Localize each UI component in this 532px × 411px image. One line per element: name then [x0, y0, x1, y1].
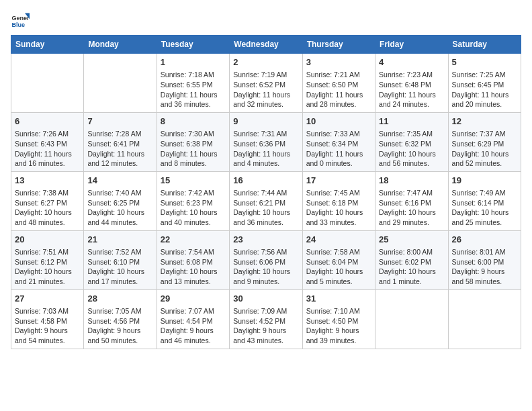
day-header-sunday: Sunday: [11, 36, 84, 54]
day-number: 8: [161, 116, 226, 128]
calendar-cell: 21Sunrise: 7:52 AM Sunset: 6:10 PM Dayli…: [84, 230, 157, 289]
calendar-cell: 14Sunrise: 7:40 AM Sunset: 6:25 PM Dayli…: [84, 171, 157, 230]
day-number: 22: [161, 234, 226, 246]
calendar-week-1: 1Sunrise: 7:18 AM Sunset: 6:55 PM Daylig…: [11, 54, 521, 113]
calendar-cell: 11Sunrise: 7:35 AM Sunset: 6:32 PM Dayli…: [375, 112, 448, 171]
day-number: 13: [15, 175, 80, 187]
day-number: 2: [233, 56, 298, 68]
calendar-cell: 10Sunrise: 7:33 AM Sunset: 6:34 PM Dayli…: [302, 112, 375, 171]
calendar-cell: 20Sunrise: 7:51 AM Sunset: 6:12 PM Dayli…: [11, 230, 84, 289]
day-info: Sunrise: 7:07 AM Sunset: 4:54 PM Dayligh…: [161, 306, 226, 346]
day-info: Sunrise: 7:18 AM Sunset: 6:55 PM Dayligh…: [161, 70, 226, 109]
day-number: 1: [161, 56, 226, 68]
day-info: Sunrise: 7:56 AM Sunset: 6:06 PM Dayligh…: [233, 247, 298, 287]
calendar-cell: 27Sunrise: 7:03 AM Sunset: 4:58 PM Dayli…: [11, 289, 84, 349]
day-number: 3: [306, 56, 371, 68]
calendar-cell: 3Sunrise: 7:21 AM Sunset: 6:50 PM Daylig…: [302, 54, 375, 113]
day-info: Sunrise: 7:38 AM Sunset: 6:27 PM Dayligh…: [15, 188, 80, 228]
day-number: 31: [306, 293, 371, 305]
calendar-cell: 6Sunrise: 7:26 AM Sunset: 6:43 PM Daylig…: [11, 112, 84, 171]
day-number: 28: [87, 293, 152, 305]
calendar-cell: [448, 289, 521, 349]
day-info: Sunrise: 8:01 AM Sunset: 6:00 PM Dayligh…: [452, 247, 517, 287]
day-number: 17: [306, 175, 371, 187]
day-info: Sunrise: 7:10 AM Sunset: 4:50 PM Dayligh…: [306, 306, 371, 346]
day-number: 24: [306, 234, 371, 246]
page-header: General Blue: [11, 11, 521, 30]
day-info: Sunrise: 7:49 AM Sunset: 6:14 PM Dayligh…: [452, 188, 517, 228]
calendar-cell: [84, 54, 157, 113]
calendar-cell: 25Sunrise: 8:00 AM Sunset: 6:02 PM Dayli…: [375, 230, 448, 289]
calendar-cell: 22Sunrise: 7:54 AM Sunset: 6:08 PM Dayli…: [157, 230, 229, 289]
day-number: 29: [161, 293, 226, 305]
day-number: 21: [87, 234, 152, 246]
day-info: Sunrise: 7:44 AM Sunset: 6:21 PM Dayligh…: [233, 188, 298, 228]
calendar-cell: 7Sunrise: 7:28 AM Sunset: 6:41 PM Daylig…: [84, 112, 157, 171]
day-number: 30: [233, 293, 298, 305]
day-number: 16: [233, 175, 298, 187]
day-number: 19: [452, 175, 517, 187]
day-info: Sunrise: 8:00 AM Sunset: 6:02 PM Dayligh…: [379, 247, 444, 287]
day-info: Sunrise: 7:28 AM Sunset: 6:41 PM Dayligh…: [87, 129, 152, 169]
day-number: 4: [379, 56, 444, 68]
day-number: 6: [15, 116, 80, 128]
day-number: 18: [379, 175, 444, 187]
svg-text:Blue: Blue: [11, 21, 25, 28]
day-number: 14: [87, 175, 152, 187]
day-header-monday: Monday: [84, 36, 157, 54]
logo: General Blue: [11, 11, 32, 30]
calendar-week-3: 13Sunrise: 7:38 AM Sunset: 6:27 PM Dayli…: [11, 171, 521, 230]
day-info: Sunrise: 7:51 AM Sunset: 6:12 PM Dayligh…: [15, 247, 80, 287]
calendar-week-4: 20Sunrise: 7:51 AM Sunset: 6:12 PM Dayli…: [11, 230, 521, 289]
calendar-cell: 31Sunrise: 7:10 AM Sunset: 4:50 PM Dayli…: [302, 289, 375, 349]
day-header-tuesday: Tuesday: [157, 36, 229, 54]
day-info: Sunrise: 7:03 AM Sunset: 4:58 PM Dayligh…: [15, 306, 80, 346]
day-number: 9: [233, 116, 298, 128]
day-info: Sunrise: 7:21 AM Sunset: 6:50 PM Dayligh…: [306, 70, 371, 109]
day-header-saturday: Saturday: [448, 36, 521, 54]
day-info: Sunrise: 7:23 AM Sunset: 6:48 PM Dayligh…: [379, 70, 444, 109]
calendar-cell: 29Sunrise: 7:07 AM Sunset: 4:54 PM Dayli…: [157, 289, 229, 349]
calendar-cell: 17Sunrise: 7:45 AM Sunset: 6:18 PM Dayli…: [302, 171, 375, 230]
day-number: 23: [233, 234, 298, 246]
calendar-cell: 5Sunrise: 7:25 AM Sunset: 6:45 PM Daylig…: [448, 54, 521, 113]
day-info: Sunrise: 7:52 AM Sunset: 6:10 PM Dayligh…: [87, 247, 152, 287]
day-number: 26: [452, 234, 517, 246]
logo-icon: General Blue: [11, 11, 30, 30]
calendar-cell: 26Sunrise: 8:01 AM Sunset: 6:00 PM Dayli…: [448, 230, 521, 289]
day-info: Sunrise: 7:40 AM Sunset: 6:25 PM Dayligh…: [87, 188, 152, 228]
day-number: 15: [161, 175, 226, 187]
calendar-cell: 16Sunrise: 7:44 AM Sunset: 6:21 PM Dayli…: [230, 171, 302, 230]
calendar-cell: 12Sunrise: 7:37 AM Sunset: 6:29 PM Dayli…: [448, 112, 521, 171]
calendar-cell: 4Sunrise: 7:23 AM Sunset: 6:48 PM Daylig…: [375, 54, 448, 113]
day-info: Sunrise: 7:42 AM Sunset: 6:23 PM Dayligh…: [161, 188, 226, 228]
day-number: 5: [452, 56, 517, 68]
day-info: Sunrise: 7:26 AM Sunset: 6:43 PM Dayligh…: [15, 129, 80, 169]
calendar-cell: [11, 54, 84, 113]
calendar-cell: 23Sunrise: 7:56 AM Sunset: 6:06 PM Dayli…: [230, 230, 302, 289]
day-info: Sunrise: 7:54 AM Sunset: 6:08 PM Dayligh…: [161, 247, 226, 287]
day-info: Sunrise: 7:31 AM Sunset: 6:36 PM Dayligh…: [233, 129, 298, 169]
day-number: 20: [15, 234, 80, 246]
calendar-cell: 9Sunrise: 7:31 AM Sunset: 6:36 PM Daylig…: [230, 112, 302, 171]
calendar-cell: 18Sunrise: 7:47 AM Sunset: 6:16 PM Dayli…: [375, 171, 448, 230]
day-info: Sunrise: 7:58 AM Sunset: 6:04 PM Dayligh…: [306, 247, 371, 287]
calendar-cell: 19Sunrise: 7:49 AM Sunset: 6:14 PM Dayli…: [448, 171, 521, 230]
day-info: Sunrise: 7:25 AM Sunset: 6:45 PM Dayligh…: [452, 70, 517, 109]
calendar-week-2: 6Sunrise: 7:26 AM Sunset: 6:43 PM Daylig…: [11, 112, 521, 171]
calendar-cell: 2Sunrise: 7:19 AM Sunset: 6:52 PM Daylig…: [230, 54, 302, 113]
day-number: 11: [379, 116, 444, 128]
calendar-cell: 24Sunrise: 7:58 AM Sunset: 6:04 PM Dayli…: [302, 230, 375, 289]
calendar-table: SundayMondayTuesdayWednesdayThursdayFrid…: [11, 35, 521, 349]
calendar-cell: 30Sunrise: 7:09 AM Sunset: 4:52 PM Dayli…: [230, 289, 302, 349]
day-info: Sunrise: 7:30 AM Sunset: 6:38 PM Dayligh…: [161, 129, 226, 169]
day-info: Sunrise: 7:09 AM Sunset: 4:52 PM Dayligh…: [233, 306, 298, 346]
svg-text:General: General: [11, 15, 30, 21]
day-info: Sunrise: 7:35 AM Sunset: 6:32 PM Dayligh…: [379, 129, 444, 169]
day-info: Sunrise: 7:47 AM Sunset: 6:16 PM Dayligh…: [379, 188, 444, 228]
day-number: 12: [452, 116, 517, 128]
day-header-wednesday: Wednesday: [230, 36, 302, 54]
calendar-week-5: 27Sunrise: 7:03 AM Sunset: 4:58 PM Dayli…: [11, 289, 521, 349]
day-info: Sunrise: 7:33 AM Sunset: 6:34 PM Dayligh…: [306, 129, 371, 169]
day-info: Sunrise: 7:19 AM Sunset: 6:52 PM Dayligh…: [233, 70, 298, 109]
